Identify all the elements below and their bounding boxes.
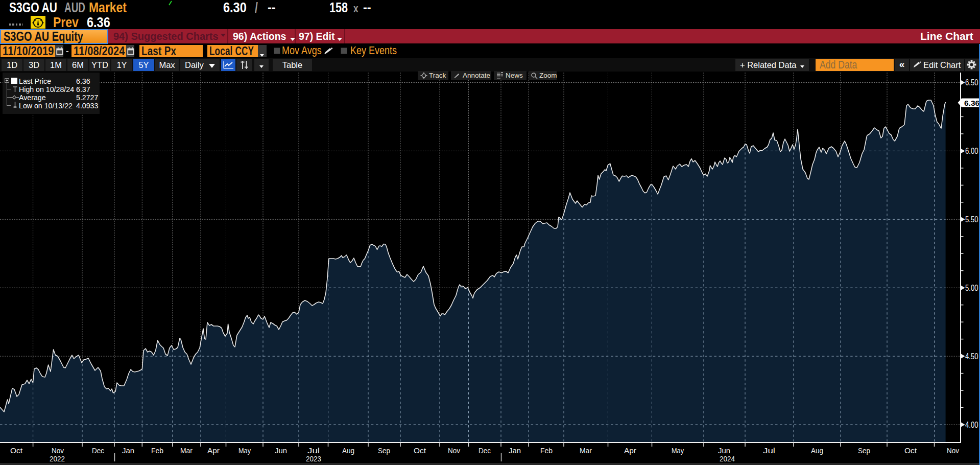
svg-text:4.50: 4.50: [965, 352, 978, 361]
svg-text:Sep: Sep: [378, 446, 390, 455]
svg-text:4.00: 4.00: [965, 420, 978, 429]
svg-text:Dec: Dec: [479, 446, 491, 455]
svg-text:Mar: Mar: [180, 446, 193, 455]
svg-text:Sep: Sep: [858, 446, 870, 455]
svg-text:Jul: Jul: [307, 446, 320, 455]
svg-text:6.00: 6.00: [965, 146, 978, 155]
svg-text:Dec: Dec: [92, 446, 104, 455]
svg-text:Jul: Jul: [763, 446, 775, 455]
svg-text:Aug: Aug: [811, 446, 823, 455]
svg-text:May: May: [672, 446, 684, 455]
svg-text:Jun: Jun: [275, 446, 287, 455]
svg-text:Feb: Feb: [540, 446, 553, 455]
svg-text:Mar: Mar: [580, 446, 592, 455]
svg-text:Oct: Oct: [414, 446, 426, 455]
svg-text:6.36: 6.36: [964, 99, 980, 107]
svg-text:Jun: Jun: [718, 446, 730, 455]
svg-text:5.00: 5.00: [965, 283, 978, 292]
svg-text:Feb: Feb: [151, 446, 163, 455]
svg-text:Apr: Apr: [207, 446, 220, 455]
svg-text:2023: 2023: [306, 454, 321, 463]
svg-text:2024: 2024: [720, 454, 735, 463]
svg-text:Jan: Jan: [122, 446, 134, 455]
svg-text:Nov: Nov: [448, 446, 460, 455]
svg-text:Aug: Aug: [342, 446, 354, 455]
svg-text:Oct: Oct: [10, 446, 23, 455]
svg-text:Jan: Jan: [509, 446, 521, 455]
svg-text:5.50: 5.50: [965, 215, 978, 224]
svg-text:Nov: Nov: [52, 446, 64, 455]
svg-text:May: May: [238, 446, 251, 455]
svg-text:Apr: Apr: [624, 446, 636, 455]
svg-text:Nov: Nov: [947, 446, 959, 455]
svg-text:2022: 2022: [50, 454, 65, 463]
svg-text:Oct: Oct: [904, 446, 917, 455]
svg-text:6.50: 6.50: [965, 78, 978, 87]
